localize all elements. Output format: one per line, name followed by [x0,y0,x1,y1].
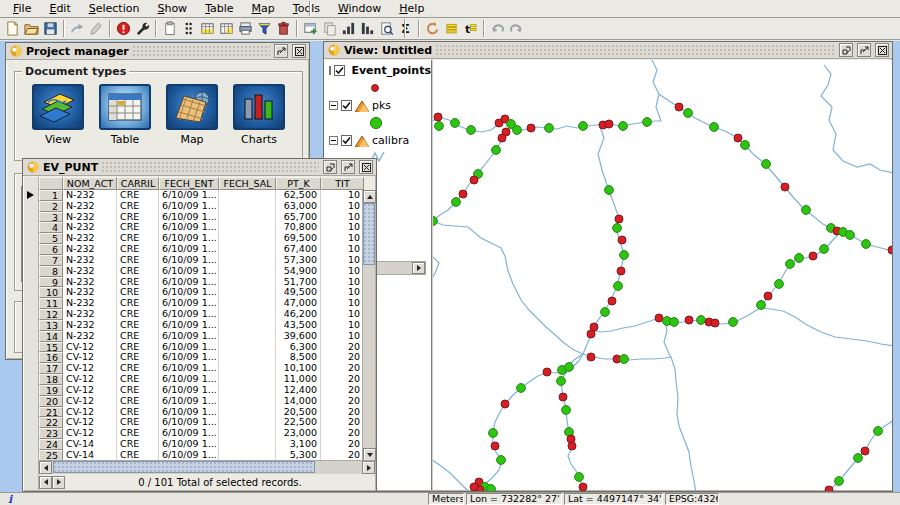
data-cell[interactable]: 10 [321,331,364,342]
copy-document-icon[interactable] [160,19,179,38]
data-cell[interactable]: 51,700 [276,277,321,288]
layer-item-event-points[interactable]: Event_points [329,63,431,78]
data-cell[interactable]: N-232 [63,212,117,223]
close-button[interactable] [359,160,373,174]
menu-tools[interactable]: Tools [284,1,329,17]
data-cell[interactable] [219,233,276,244]
data-cell[interactable]: 20 [321,439,364,450]
layer-checkbox[interactable] [341,135,352,146]
data-cell[interactable]: 63,000 [276,201,321,212]
data-cell[interactable] [219,417,276,428]
row-number-cell[interactable]: 20 [39,396,63,407]
data-cell[interactable]: 6/10/09 1... [159,342,219,353]
data-cell[interactable]: 20 [321,417,364,428]
new-window-icon[interactable] [301,19,320,38]
column-header-nom_act[interactable]: NOM_ACT [63,177,117,190]
data-cell[interactable]: N-232 [63,331,117,342]
table-row[interactable]: 25CV-14CRE6/10/09 1...5,30020 [39,450,375,460]
map-document-button[interactable] [166,84,218,130]
table-horizontal-scrollbar[interactable] [39,460,375,474]
data-cell[interactable] [219,374,276,385]
row-number-cell[interactable]: 13 [39,320,63,331]
column-header-fech_ent[interactable]: FECH_ENT [159,177,219,190]
data-cell[interactable] [219,298,276,309]
maximize-button[interactable] [857,43,871,57]
menu-help[interactable]: Help [390,1,433,17]
table-row[interactable]: 3N-232CRE6/10/09 1...65,70010 [39,212,375,223]
table-header-row[interactable]: NOM_ACTCARRILFECH_ENTFECH_SALPT_KTIT [39,177,375,190]
row-number-cell[interactable]: 5 [39,233,63,244]
row-number-cell[interactable]: 12 [39,309,63,320]
data-cell[interactable] [219,212,276,223]
corner-header-cell[interactable] [39,177,63,190]
data-cell[interactable]: 10 [321,222,364,233]
data-cell[interactable]: CRE [117,331,159,342]
data-cell[interactable]: 6/10/09 1... [159,450,219,460]
table-row[interactable]: 24CV-14CRE6/10/09 1...3,10020 [39,439,375,450]
data-cell[interactable] [219,190,276,201]
data-cell[interactable]: CRE [117,190,159,201]
data-cell[interactable]: 12,400 [276,385,321,396]
layer-label[interactable]: Event_points [351,64,431,77]
data-cell[interactable]: CRE [117,233,159,244]
data-cell[interactable]: 20 [321,450,364,460]
data-cell[interactable]: CRE [117,428,159,439]
table-row[interactable]: 13N-232CRE6/10/09 1...43,50010 [39,320,375,331]
data-cell[interactable] [219,201,276,212]
data-cell[interactable]: 65,700 [276,212,321,223]
data-cell[interactable]: CV-12 [63,342,117,353]
scroll-left-button[interactable] [39,461,52,474]
menu-file[interactable]: File [4,1,40,17]
data-cell[interactable]: 10 [321,201,364,212]
pane-scroll-right-button[interactable] [52,476,65,489]
data-cell[interactable]: CRE [117,342,159,353]
data-cell[interactable]: CRE [117,363,159,374]
data-cell[interactable]: 67,400 [276,244,321,255]
restore-button[interactable] [323,160,337,174]
row-number-cell[interactable]: 3 [39,212,63,223]
data-cell[interactable]: 10 [321,233,364,244]
data-cell[interactable] [219,342,276,353]
data-cell[interactable]: N-232 [63,320,117,331]
data-cell[interactable]: 6/10/09 1... [159,277,219,288]
data-cell[interactable]: CV-12 [63,396,117,407]
row-number-cell[interactable]: 8 [39,266,63,277]
data-cell[interactable]: N-232 [63,298,117,309]
row-number-cell[interactable]: 2 [39,201,63,212]
column-header-tit[interactable]: TIT [321,177,364,190]
data-cell[interactable] [219,309,276,320]
data-cell[interactable] [219,255,276,266]
column-header-fech_sal[interactable]: FECH_SAL [219,177,276,190]
table-row[interactable]: 10N-232CRE6/10/09 1...49,50010 [39,287,375,298]
close-button[interactable] [292,44,306,58]
table-row[interactable]: 11N-232CRE6/10/09 1...47,00010 [39,298,375,309]
column-header-pt_k[interactable]: PT_K [276,177,321,190]
row-number-cell[interactable]: 22 [39,417,63,428]
data-cell[interactable]: CRE [117,407,159,418]
data-cell[interactable]: 22,500 [276,417,321,428]
data-cell[interactable]: CRE [117,320,159,331]
data-cell[interactable]: 62,500 [276,190,321,201]
data-cell[interactable]: 10 [321,287,364,298]
table-row[interactable]: 7N-232CRE6/10/09 1...57,30010 [39,255,375,266]
redo-icon[interactable] [507,19,526,38]
table-row[interactable]: 23CV-12CRE6/10/09 1...23,00020 [39,428,375,439]
row-number-cell[interactable]: 17 [39,363,63,374]
data-cell[interactable]: 6/10/09 1... [159,190,219,201]
layer-checkbox[interactable] [334,65,345,76]
row-number-cell[interactable]: 25 [39,450,63,460]
menu-table[interactable]: Table [196,1,242,17]
print-icon[interactable] [236,19,255,38]
table-row[interactable]: 18CV-12CRE6/10/09 1...11,00020 [39,374,375,385]
data-cell[interactable]: 6/10/09 1... [159,363,219,374]
table-row[interactable]: 21CV-12CRE6/10/09 1...20,50020 [39,407,375,418]
table-row[interactable]: 2N-232CRE6/10/09 1...63,00010 [39,201,375,212]
data-cell[interactable]: CRE [117,222,159,233]
data-cell[interactable]: 10 [321,277,364,288]
data-cell[interactable] [219,396,276,407]
data-cell[interactable]: 70,800 [276,222,321,233]
data-cell[interactable]: CRE [117,287,159,298]
row-number-cell[interactable]: 1 [39,190,63,201]
stop-icon[interactable] [114,19,133,38]
data-cell[interactable]: 6/10/09 1... [159,331,219,342]
